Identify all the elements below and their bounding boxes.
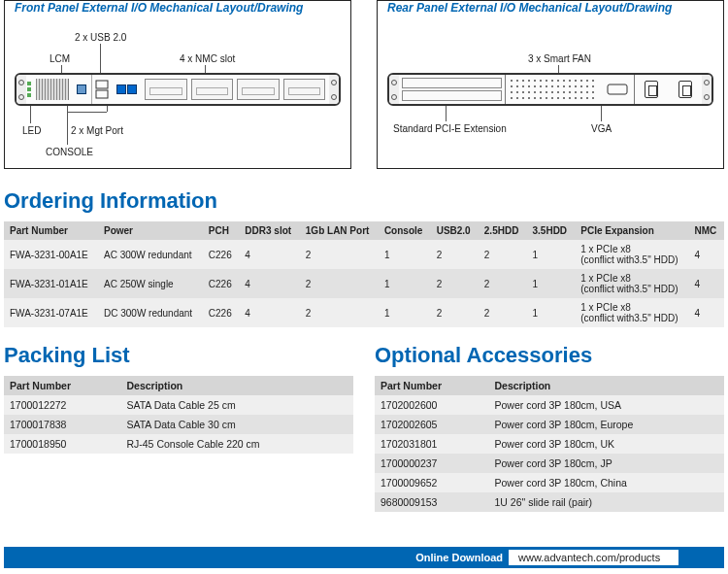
online-download-label: Online Download <box>415 552 503 563</box>
ordering-cell: 1 <box>527 298 576 327</box>
accessories-cell: 1700009652 <box>375 473 489 492</box>
console-port-icon <box>71 75 92 104</box>
accessories-cell: 1U 26" slide rail (pair) <box>489 492 725 512</box>
table-row: 1702002605Power cord 3P 180cm, Europe <box>375 415 724 434</box>
ordering-header-cell: PCH <box>203 221 240 240</box>
ordering-cell: 2 <box>300 298 379 327</box>
packing-header-row: Part NumberDescription <box>4 376 353 395</box>
rack-handle-icon <box>702 75 711 104</box>
svg-rect-2 <box>608 84 627 94</box>
ordering-cell: 4 <box>239 240 300 269</box>
accessories-heading: Optional Accessories <box>375 343 724 368</box>
ordering-cell: 4 <box>689 269 724 298</box>
ordering-header-cell: NMC <box>689 221 724 240</box>
front-bottom-labels: LED 2 x Mgt Port CONSOLE <box>15 106 341 154</box>
svg-rect-1 <box>96 90 108 98</box>
table-row: FWA-3231-07A1EDC 300W redundantC22642122… <box>4 298 724 327</box>
ordering-cell: 2 <box>431 269 479 298</box>
accessories-cell: 1702031801 <box>375 434 489 454</box>
fan-grill-icon <box>509 78 598 101</box>
callout-line <box>558 65 559 73</box>
packing-cell: 1700012272 <box>4 395 120 415</box>
led-label: LED <box>22 125 41 136</box>
ordering-header-cell: Console <box>379 221 431 240</box>
packing-cell: RJ-45 Console Cable 220 cm <box>120 434 353 454</box>
accessories-cell: Power cord 3P 180cm, JP <box>489 454 725 473</box>
callout-line <box>100 44 101 73</box>
rear-bottom-labels: Standard PCI-E Extension VGA <box>387 106 713 139</box>
rack-handle-icon <box>389 75 399 104</box>
accessories-cell: Power cord 3P 180cm, Europe <box>489 415 725 434</box>
accessories-cell: Power cord 3P 180cm, China <box>489 473 725 492</box>
ordering-cell: C226 <box>203 240 240 269</box>
panels-row: Front Panel External I/O Mechanical Layo… <box>0 0 728 183</box>
accessories-header-cell: Description <box>489 376 725 395</box>
callout-line <box>107 106 108 112</box>
packing-header-cell: Description <box>120 376 353 395</box>
ordering-heading: Ordering Information <box>4 188 728 214</box>
table-row: FWA-3231-00A1EAC 300W redundantC22642122… <box>4 240 724 269</box>
rack-handle-icon <box>17 75 26 104</box>
accessories-body: 1702002600Power cord 3P 180cm, USA170200… <box>375 395 724 512</box>
packing-list: Packing List Part NumberDescription 1700… <box>4 337 353 512</box>
ordering-cell: C226 <box>203 269 240 298</box>
footer-bar: Online Download www.advantech.com/produc… <box>4 547 724 568</box>
ordering-header-cell: 2.5HDD <box>479 221 527 240</box>
rack-handle-icon <box>329 75 339 104</box>
table-row: 96800091531U 26" slide rail (pair) <box>375 492 724 512</box>
ordering-cell: 4 <box>239 298 300 327</box>
ordering-cell: 2 <box>300 269 379 298</box>
packing-table: Part NumberDescription 1700012272SATA Da… <box>4 376 353 454</box>
callout-line <box>30 106 31 123</box>
ordering-cell: 1 x PCIe x8(conflict with3.5" HDD) <box>575 298 688 327</box>
table-row: 1700000237Power cord 3P 180cm, JP <box>375 454 724 473</box>
mgt-ports-icon <box>112 75 141 104</box>
accessories-cell: Power cord 3P 180cm, UK <box>489 434 725 454</box>
psu-icon <box>634 75 702 104</box>
ordering-header-cell: Part Number <box>4 221 98 240</box>
table-row: 1700017838SATA Data Cable 30 cm <box>4 415 353 434</box>
ordering-header-row: Part NumberPowerPCHDDR3 slot1Gb LAN Port… <box>4 221 724 240</box>
rear-panel: Rear Panel External I/O Mechanical Layou… <box>377 0 724 169</box>
online-download-url[interactable]: www.advantech.com/products <box>509 550 678 565</box>
ordering-header-cell: DDR3 slot <box>239 221 300 240</box>
usb-ports-icon <box>92 75 112 104</box>
pcie-slots-icon <box>399 75 506 104</box>
accessories-cell: Power cord 3P 180cm, USA <box>489 395 725 415</box>
ordering-cell: AC 300W redundant <box>98 240 203 269</box>
ordering-cell: DC 300W redundant <box>98 298 203 327</box>
ordering-cell: 1 x PCIe x8(conflict with3.5" HDD) <box>575 240 688 269</box>
fan-label: 3 x Smart FAN <box>528 53 591 64</box>
ordering-cell: 2 <box>431 240 479 269</box>
accessories-cell: 1700000237 <box>375 454 489 473</box>
accessories-header-cell: Part Number <box>375 376 489 395</box>
callout-line <box>601 106 602 121</box>
packing-cell: SATA Data Cable 25 cm <box>120 395 353 415</box>
front-top-labels: 2 x USB 2.0 LCM 4 x NMC slot <box>15 32 341 73</box>
ordering-cell: C226 <box>203 298 240 327</box>
svg-rect-0 <box>96 81 108 88</box>
accessories-cell: 1702002600 <box>375 395 489 415</box>
accessories-cell: 1702002605 <box>375 415 489 434</box>
ordering-header-cell: 1Gb LAN Port <box>300 221 379 240</box>
table-row: 1702031801Power cord 3P 180cm, UK <box>375 434 724 454</box>
ordering-cell: FWA-3231-00A1E <box>4 240 98 269</box>
ordering-cell: 4 <box>689 298 724 327</box>
ordering-cell: 1 <box>379 298 431 327</box>
lcm-label: LCM <box>50 53 70 64</box>
nmc-label: 4 x NMC slot <box>180 53 235 64</box>
bottom-columns: Packing List Part NumberDescription 1700… <box>0 337 728 512</box>
ordering-cell: 2 <box>479 269 527 298</box>
optional-accessories: Optional Accessories Part NumberDescript… <box>375 337 724 512</box>
vga-port-icon <box>601 75 634 104</box>
front-panel-title: Front Panel External I/O Mechanical Layo… <box>15 1 341 15</box>
table-row: 1700009652Power cord 3P 180cm, China <box>375 473 724 492</box>
callout-line <box>67 112 107 113</box>
ordering-cell: AC 250W single <box>98 269 203 298</box>
ordering-cell: 2 <box>431 298 479 327</box>
ordering-cell: 1 <box>379 269 431 298</box>
usb-label: 2 x USB 2.0 <box>75 32 126 43</box>
ordering-header-cell: Power <box>98 221 203 240</box>
ordering-cell: 4 <box>239 269 300 298</box>
ordering-cell: FWA-3231-07A1E <box>4 298 98 327</box>
